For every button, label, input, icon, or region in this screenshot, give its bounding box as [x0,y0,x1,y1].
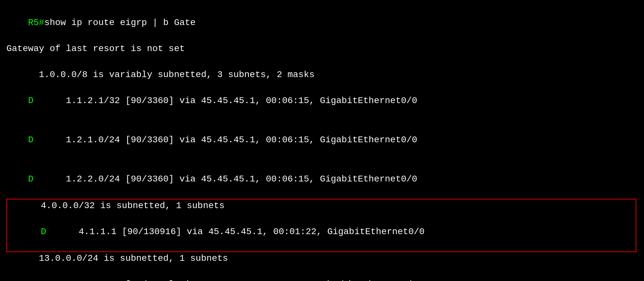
route-d-1-1-2-1: D 1.1.2.1/32 [90/3360] via 45.45.45.1, 0… [6,82,638,121]
prompt-label: R5# [28,18,44,28]
route-detail-1: 1.1.2.1/32 [90/3360] via 45.45.45.1, 00:… [33,96,417,106]
route-d-1-2-2: D 1.2.2.0/24 [90/3360] via 45.45.45.1, 0… [6,160,638,199]
highlighted-routes-block: 4.0.0.0/32 is subnetted, 1 subnets D 4.1… [6,199,636,252]
gateway-line: Gateway of last resort is not set [6,42,638,56]
route-detail-2: 1.2.1.0/24 [90/3360] via 45.45.45.1, 00:… [33,135,417,145]
terminal-window: R5#show ip route eigrp | b Gate Gateway … [6,3,638,281]
subnet-13-header: 13.0.0.0/24 is subnetted, 1 subnets [6,252,638,265]
blank-line-1 [6,55,638,68]
route-prefix-3: D [28,174,33,184]
route-d-13-13-13: D 13.13.13.0 [90/3328] via 45.45.45.1, 0… [6,265,638,281]
route-prefix-13: D [28,279,33,281]
subnet-1-header: 1.0.0.0/8 is variably subnetted, 3 subne… [6,68,638,82]
route-d-1-2-1: D 1.2.1.0/24 [90/3360] via 45.45.45.1, 0… [6,120,638,160]
subnet-4-header: 4.0.0.0/32 is subnetted, 1 subnets [7,199,636,213]
route-prefix-4: D [41,227,46,237]
route-prefix-1: D [28,96,33,106]
route-detail-3: 1.2.2.0/24 [90/3360] via 45.45.45.1, 00:… [33,174,417,184]
route-detail-4: 4.1.1.1 [90/130916] via 45.45.45.1, 00:0… [46,227,425,237]
route-detail-13: 13.13.13.0 [90/3328] via 45.45.45.1, 00:… [33,279,417,281]
command-line: R5#show ip route eigrp | b Gate [6,3,638,42]
route-d-4-1-1: D 4.1.1.1 [90/130916] via 45.45.45.1, 00… [7,213,636,252]
command-text: show ip route eigrp | b Gate [44,18,196,28]
route-prefix-2: D [28,135,33,145]
